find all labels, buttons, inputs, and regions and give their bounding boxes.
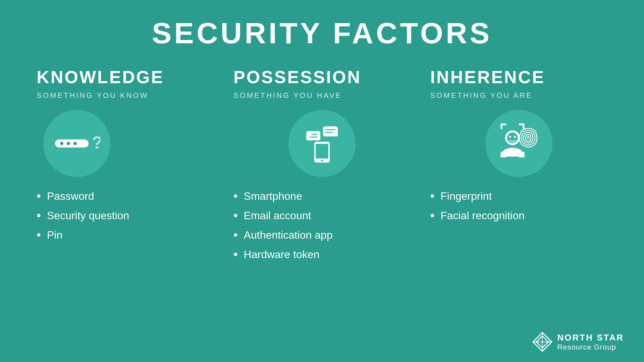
- list-item: Security question: [37, 208, 129, 223]
- svg-point-1: [60, 142, 63, 145]
- possession-title: POSSESSION: [233, 67, 361, 87]
- inherence-list: Fingerprint Facial recognition: [430, 189, 525, 228]
- logo-area: NORTH STAR Resource Group: [532, 332, 624, 352]
- svg-rect-12: [323, 126, 338, 136]
- knowledge-column: KNOWLEDGE SOMETHING YOU KNOW ? Password …: [37, 67, 214, 362]
- list-item: Fingerprint: [430, 189, 525, 203]
- inherence-column: INHERENCE SOMETHING YOU ARE: [430, 67, 607, 362]
- list-item: Smartphone: [233, 189, 333, 203]
- svg-point-18: [509, 136, 511, 138]
- knowledge-list: Password Security question Pin: [37, 189, 129, 247]
- inherence-subtitle: SOMETHING YOU ARE: [430, 91, 533, 100]
- columns-container: KNOWLEDGE SOMETHING YOU KNOW ? Password …: [0, 67, 644, 362]
- page-title: SECURITY FACTORS: [152, 16, 492, 50]
- knowledge-subtitle: SOMETHING YOU KNOW: [37, 91, 148, 100]
- list-item: Password: [37, 189, 129, 203]
- svg-point-7: [321, 160, 323, 162]
- svg-rect-6: [316, 144, 328, 159]
- knowledge-icon-circle: ?: [43, 110, 110, 177]
- logo-subtitle: Resource Group: [557, 343, 616, 352]
- possession-icon-circle: [288, 110, 356, 177]
- logo-text: NORTH STAR Resource Group: [557, 333, 624, 352]
- smartphone-icon: [300, 122, 344, 165]
- svg-rect-8: [306, 131, 320, 140]
- list-item: Email account: [233, 208, 333, 223]
- possession-list: Smartphone Email account Authentication …: [233, 189, 333, 267]
- biometric-icon: [492, 122, 546, 165]
- list-item: Facial recognition: [430, 208, 525, 223]
- possession-column: POSSESSION SOMETHING YOU HAVE Smart: [233, 67, 411, 362]
- inherence-title: INHERENCE: [430, 67, 545, 87]
- logo-diamond-icon: [532, 332, 552, 352]
- list-item: Hardware token: [233, 247, 333, 261]
- logo-name: NORTH STAR: [557, 333, 624, 343]
- svg-point-19: [514, 136, 516, 138]
- svg-text:?: ?: [92, 133, 100, 152]
- inherence-icon-circle: [485, 110, 552, 177]
- knowledge-title: KNOWLEDGE: [37, 67, 164, 87]
- svg-point-2: [67, 142, 70, 145]
- svg-point-3: [73, 142, 77, 145]
- password-icon: ?: [53, 130, 100, 157]
- list-item: Pin: [37, 228, 129, 242]
- list-item: Authentication app: [233, 228, 333, 242]
- possession-subtitle: SOMETHING YOU HAVE: [233, 91, 342, 100]
